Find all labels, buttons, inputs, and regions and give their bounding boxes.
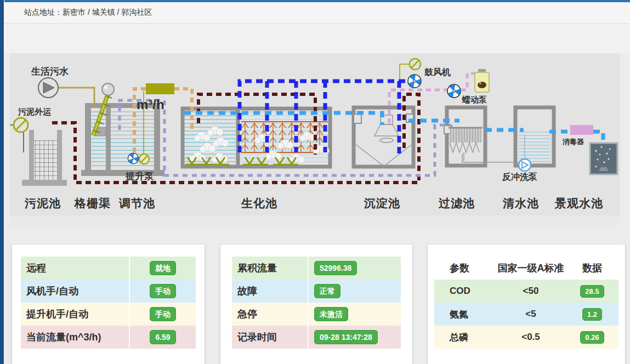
tank-label-clearwater: 清水池 [502,197,539,209]
row-label: 远程 [21,261,129,275]
param-name: COD [434,286,496,297]
tank-label-bio: 生化池 [241,197,277,209]
breadcrumb-bar: 站点地址：新密市 / 城关镇 / 郭沟社区 [4,2,630,24]
tank-label-grate: 格栅渠 [74,197,111,209]
dosing-pump-label: 蠕动泵 [462,95,487,104]
row-value-cell: 09-28 13:47:28 [308,326,401,349]
table-row: 累积流量 52996.38 [232,257,401,280]
tank-label-regulating: 调节池 [118,197,155,209]
table-row: 风机手/自动 手动 [21,280,196,303]
tank-label-scenic: 景观水池 [554,197,603,209]
blower-label: 鼓风机 [424,67,451,77]
tank-label-sedimentation: 沉淀池 [364,197,400,209]
inflow-pump-icon [38,78,58,98]
row-label: 风机手/自动 [21,285,129,298]
column-header: 参数 [434,261,496,275]
status-badge: 6.59 [150,330,175,344]
left-accent-bar [0,0,4,364]
param-value-cell: 28.5 [566,285,618,298]
param-standard: <5 [496,309,566,320]
table-row: 当前流量(m^3/h) 6.59 [21,326,196,349]
control-status-card: 远程 就地 风机手/自动 手动 提升机手/自动 手动 当前流量(m^3/h) 6… [12,244,205,364]
row-label: 急停 [232,308,308,321]
tank-label-sludge: 污泥池 [24,197,61,209]
flow-status-card: 累积流量 52996.38 故障 正常 急停 未激活 记录时间 09-28 13… [220,244,412,364]
table-row: 总磷 <0.5 0.26 [434,326,618,349]
value-badge: 1.2 [582,308,602,321]
inflow-label: 生活污水 [31,66,69,77]
table-row: 故障 正常 [232,280,401,303]
table-row: 记录时间 09-28 13:47:28 [232,326,401,349]
tank-label-filter: 过滤池 [438,197,475,209]
sludge-outflow-valve-icon [10,118,28,152]
param-value-cell: 1.2 [566,308,618,321]
row-value-cell: 手动 [129,280,196,303]
status-badge: 手动 [150,307,176,321]
disinfector-box [570,125,593,135]
status-badge: 09-28 13:47:28 [314,330,378,344]
status-badge: 52996.38 [314,261,357,275]
flow-unit-label: m³/h [137,97,164,112]
row-value-cell: 52996.38 [308,257,401,280]
param-name: 总磷 [434,331,496,344]
sludge-outflow-label: 污泥外运 [18,107,52,116]
filter-tank [444,107,485,166]
status-badge: 就地 [150,261,176,275]
row-value-cell: 6.59 [129,326,196,349]
value-badge: 28.5 [580,285,604,298]
lift-pump-label: 提升泵 [125,171,154,181]
sludge-tank [22,130,67,186]
table-row: 急停 未激活 [232,303,401,326]
param-name: 氨氮 [434,308,496,321]
status-badge: 未激活 [314,307,348,321]
bio-tank [183,109,330,167]
diagram-footer-strip [10,215,620,226]
blower-valve-line [400,64,410,79]
blower-fan-icon-2 [447,83,461,98]
dosing-pump-icon [475,69,489,92]
tank-labels: 污泥池 格栅渠 调节池 生化池 沉淀池 过滤池 清水池 景观水池 [24,197,603,209]
process-flow-diagram: 生活污水 污泥外运 m³/h 提升泵 鼓风机 蠕动泵 消毒器 反冲洗泵 污泥池 … [10,53,620,215]
flow-meter-icon [146,83,174,94]
row-label: 故障 [232,285,308,298]
backwash-pump-icon [519,159,531,171]
table-row: 提升机手/自动 手动 [21,303,196,326]
row-label: 记录时间 [232,331,308,344]
header-spacer [4,24,630,53]
water-quality-card: 参数 国家一级A标准 数据 COD <50 28.5 氨氮 <5 1.2 总磷 … [428,244,625,364]
row-value-cell: 正常 [308,280,401,303]
process-flow-svg: 生活污水 污泥外运 m³/h 提升泵 鼓风机 蠕动泵 消毒器 反冲洗泵 污泥池 … [10,53,620,215]
scenic-pool [590,143,617,174]
row-label: 当前流量(m^3/h) [21,331,129,344]
row-value-cell: 就地 [129,257,196,280]
lift-pump-valve-icon [139,154,149,164]
status-badge: 手动 [150,284,176,298]
param-standard: <50 [496,286,566,297]
breadcrumb: 站点地址：新密市 / 城关镇 / 郭沟社区 [4,8,152,18]
blower-valve-icon [410,59,421,70]
table-row: 氨氮 <5 1.2 [434,303,618,326]
row-label: 提升机手/自动 [21,308,129,321]
status-badge: 正常 [314,284,340,298]
backwash-suction-pipe [462,154,519,162]
table-row: 远程 就地 [21,257,196,280]
row-label: 累积流量 [232,261,308,275]
backwash-pump-label: 反冲洗泵 [502,172,537,181]
column-header: 数据 [566,261,618,275]
param-standard: <0.5 [496,332,566,343]
clear-water-tank [515,107,554,166]
table-row: COD <50 28.5 [434,280,618,303]
table-header-row: 参数 国家一级A标准 数据 [434,257,618,280]
column-header: 国家一级A标准 [496,261,566,275]
row-value-cell: 手动 [129,303,196,326]
disinfector-label: 消毒器 [562,138,584,146]
scada-dashboard: 站点地址：新密市 / 城关镇 / 郭沟社区 [0,0,630,364]
row-value-cell: 未激活 [308,303,401,326]
blower-fan-icon-1 [408,73,421,88]
param-value-cell: 0.26 [566,331,618,344]
value-badge: 0.26 [580,331,604,344]
